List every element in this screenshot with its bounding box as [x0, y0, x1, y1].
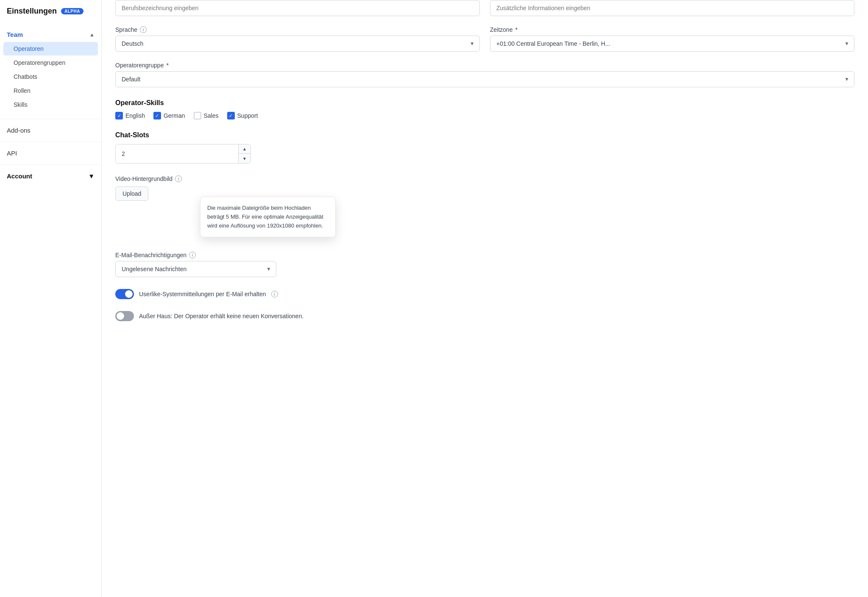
- skill-checkbox-sales[interactable]: [194, 112, 201, 119]
- skill-item-english[interactable]: ✓ English: [115, 112, 145, 119]
- timezone-group: Zeitzone * +01:00 Central European Time …: [490, 26, 854, 52]
- sidebar-header: Einstellungen ALPHA: [0, 7, 101, 24]
- system-emails-toggle-slider: [115, 289, 134, 299]
- timezone-select-wrapper: +01:00 Central European Time - Berlin, H…: [490, 36, 854, 52]
- system-emails-toggle[interactable]: [115, 289, 134, 299]
- email-notifications-select-wrapper: Ungelesene Nachrichten Alle Nachrichten …: [115, 261, 276, 277]
- skill-checkbox-english[interactable]: [115, 112, 123, 119]
- sidebar: Einstellungen ALPHA Team ▲ Operatoren Op…: [0, 0, 102, 597]
- language-info-icon[interactable]: i: [140, 26, 147, 33]
- team-items: Operatoren Operatorengruppen Chatbots Ro…: [0, 42, 101, 111]
- divider-3: [0, 164, 101, 165]
- team-section: Team ▲ Operatoren Operatorengruppen Chat…: [0, 24, 101, 115]
- team-label: Team: [7, 31, 23, 38]
- language-group: Sprache i Deutsch English Français ▼: [115, 26, 480, 52]
- sidebar-item-skills[interactable]: Skills: [3, 98, 98, 111]
- skill-label-german: German: [164, 112, 185, 119]
- timezone-label-row: Zeitzone *: [490, 26, 854, 33]
- sidebar-item-chatbots[interactable]: Chatbots: [3, 70, 98, 83]
- skills-title: Operator-Skills: [115, 99, 854, 107]
- email-notifications-label-row: E-Mail-Benachrichtigungen i: [115, 252, 854, 258]
- operator-group-label-row: Operatorengruppe *: [115, 62, 854, 69]
- email-notifications-label: E-Mail-Benachrichtigungen: [115, 252, 186, 258]
- operator-group-section: Operatorengruppe * Default ▼: [115, 62, 854, 87]
- tooltip-text: Die maximale Dateigröße beim Hochladen b…: [207, 205, 323, 229]
- skill-item-support[interactable]: ✓ Support: [227, 112, 258, 119]
- chat-slots-spinner: ▲ ▼: [115, 144, 251, 164]
- operator-group-label: Operatorengruppe: [115, 62, 164, 69]
- video-bg-info-icon[interactable]: i: [175, 175, 182, 182]
- skill-item-sales[interactable]: Sales: [194, 112, 219, 119]
- team-chevron-icon: ▲: [89, 32, 95, 38]
- chat-slots-section: Chat-Slots ▲ ▼: [115, 131, 854, 164]
- spinner-up-button[interactable]: ▲: [239, 144, 250, 154]
- spinner-buttons: ▲ ▼: [238, 144, 250, 163]
- skills-section: Operator-Skills ✓ English ✓ German Sales…: [115, 99, 854, 119]
- language-timezone-row: Sprache i Deutsch English Français ▼ Zei…: [115, 26, 854, 52]
- chat-slots-input[interactable]: [116, 144, 238, 163]
- video-bg-label: Video-Hintergrundbild: [115, 175, 172, 182]
- out-of-office-toggle-slider: [115, 311, 134, 321]
- sidebar-item-operatorengruppen[interactable]: Operatorengruppen: [3, 56, 98, 69]
- timezone-select[interactable]: +01:00 Central European Time - Berlin, H…: [490, 36, 854, 52]
- language-label-row: Sprache i: [115, 26, 480, 33]
- operator-group-select[interactable]: Default: [115, 71, 854, 87]
- out-of-office-toggle-row: Außer Haus: Der Operator erhält keine ne…: [115, 311, 854, 321]
- video-bg-label-row: Video-Hintergrundbild i: [115, 175, 854, 182]
- language-label: Sprache: [115, 26, 137, 33]
- upload-button[interactable]: Upload: [115, 186, 148, 201]
- account-section-header[interactable]: Account ▼: [0, 168, 101, 184]
- top-inputs-row: [115, 0, 854, 16]
- system-emails-label: Userlike-Systemmitteilungen per E-Mail e…: [139, 291, 266, 297]
- email-notifications-select[interactable]: Ungelesene Nachrichten Alle Nachrichten …: [115, 261, 276, 277]
- out-of-office-toggle[interactable]: [115, 311, 134, 321]
- system-emails-info-icon[interactable]: i: [271, 291, 278, 297]
- main-content: Sprache i Deutsch English Français ▼ Zei…: [102, 0, 868, 597]
- sidebar-item-operatoren[interactable]: Operatoren: [3, 42, 98, 56]
- email-notifications-info-icon[interactable]: i: [189, 252, 196, 258]
- sidebar-item-rollen[interactable]: Rollen: [3, 84, 98, 97]
- sidebar-item-api[interactable]: API: [0, 145, 101, 161]
- skill-label-support: Support: [237, 112, 258, 119]
- account-chevron-icon: ▼: [88, 172, 95, 180]
- sidebar-item-addons[interactable]: Add-ons: [0, 122, 101, 138]
- team-section-header[interactable]: Team ▲: [0, 28, 101, 42]
- skill-checkbox-support[interactable]: [227, 112, 235, 119]
- skills-row: ✓ English ✓ German Sales ✓ Support: [115, 112, 854, 119]
- operator-group-select-wrapper: Default ▼: [115, 71, 854, 87]
- divider-2: [0, 142, 101, 142]
- sidebar-title: Einstellungen: [7, 7, 57, 16]
- skill-checkbox-german[interactable]: [153, 112, 161, 119]
- skill-item-german[interactable]: ✓ German: [153, 112, 185, 119]
- language-select[interactable]: Deutsch English Français: [115, 36, 480, 52]
- chat-slots-title: Chat-Slots: [115, 131, 854, 139]
- out-of-office-section: Außer Haus: Der Operator erhält keine ne…: [115, 311, 854, 321]
- account-label: Account: [7, 172, 32, 180]
- operator-group-required: *: [166, 62, 168, 69]
- skill-label-english: English: [125, 112, 145, 119]
- additional-info-input[interactable]: [490, 0, 854, 16]
- out-of-office-label: Außer Haus: Der Operator erhält keine ne…: [139, 313, 303, 319]
- alpha-badge: ALPHA: [61, 8, 83, 14]
- language-select-wrapper: Deutsch English Français ▼: [115, 36, 480, 52]
- skill-label-sales: Sales: [204, 112, 219, 119]
- timezone-required: *: [515, 26, 517, 33]
- video-bg-tooltip: Die maximale Dateigröße beim Hochladen b…: [200, 197, 336, 237]
- timezone-label: Zeitzone: [490, 26, 513, 33]
- system-emails-section: Userlike-Systemmitteilungen per E-Mail e…: [115, 289, 854, 299]
- spinner-down-button[interactable]: ▼: [239, 154, 250, 163]
- video-background-section: Video-Hintergrundbild i Upload Die maxim…: [115, 175, 854, 201]
- divider-1: [0, 119, 101, 119]
- system-emails-toggle-row: Userlike-Systemmitteilungen per E-Mail e…: [115, 289, 854, 299]
- job-title-input[interactable]: [115, 0, 480, 16]
- email-notifications-section: E-Mail-Benachrichtigungen i Ungelesene N…: [115, 252, 854, 277]
